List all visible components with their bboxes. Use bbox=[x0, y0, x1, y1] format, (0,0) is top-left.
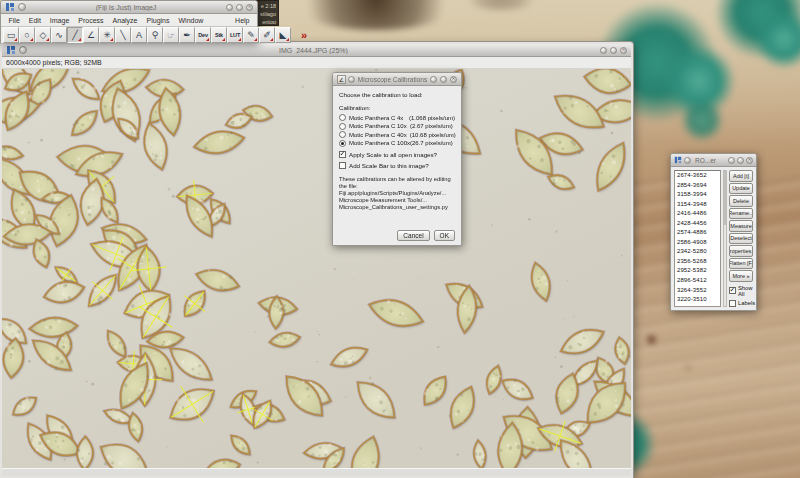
toolbar-tool-icon[interactable]: ∠ bbox=[83, 27, 99, 43]
minimize-button[interactable] bbox=[226, 4, 233, 11]
toolbar-tool-icon[interactable]: A bbox=[131, 27, 147, 43]
roi-action-button[interactable]: Delete bbox=[729, 195, 753, 207]
roi-action-button[interactable]: Flatten [F] bbox=[729, 258, 753, 270]
maximize-button[interactable] bbox=[236, 4, 243, 11]
roi-list[interactable]: 2674-36522854-36943158-39943154-39482416… bbox=[674, 170, 721, 307]
menu-item-help[interactable]: Help bbox=[231, 17, 254, 24]
window-menu-icon[interactable] bbox=[348, 76, 355, 83]
toolbar-tool-icon[interactable]: ○ bbox=[19, 27, 35, 43]
tool-alt-marker bbox=[30, 38, 33, 41]
dialog-prompt: Choose the calibration to load: bbox=[339, 91, 455, 98]
dialog-note-line: Microscope Measurement Tools/... bbox=[339, 197, 455, 204]
calibration-option-row: Motic Panthera C 4x (1.068 pixels/um) bbox=[339, 114, 455, 121]
roi-list-item[interactable]: 2574-4886 bbox=[677, 228, 720, 238]
roi-list-item[interactable]: 3154-3948 bbox=[677, 200, 720, 210]
apply-scale-checkbox[interactable] bbox=[339, 151, 346, 158]
toolbar-tool-icon[interactable]: ╲ bbox=[115, 27, 131, 43]
tool-glyph: ✒ bbox=[183, 30, 191, 40]
roi-list-item[interactable]: 2854-3694 bbox=[677, 181, 720, 191]
close-button[interactable] bbox=[246, 4, 253, 11]
toolbar-tool-icon[interactable]: ∿ bbox=[51, 27, 67, 43]
menu-item[interactable]: Process bbox=[74, 17, 108, 24]
roi-action-button[interactable]: Properties... bbox=[729, 245, 753, 257]
toolbar-tool-icon[interactable]: Dev bbox=[195, 27, 211, 43]
labels-checkbox[interactable] bbox=[729, 300, 736, 307]
ok-button[interactable]: OK bbox=[434, 230, 455, 241]
widget-line: stilago bbox=[256, 10, 276, 18]
roi-list-item[interactable]: 2416-4486 bbox=[677, 209, 720, 219]
roi-action-button[interactable]: Deselect bbox=[729, 233, 753, 245]
toolbar-tool-icon[interactable]: ◣ bbox=[275, 27, 291, 43]
radio-button[interactable] bbox=[339, 123, 346, 130]
roi-list-item[interactable]: 2586-4908 bbox=[677, 238, 720, 248]
toolbar-tool-icon[interactable]: ☞ bbox=[163, 27, 179, 43]
toolbar-tool-icon[interactable]: ▭ bbox=[3, 27, 19, 43]
maximize-button[interactable] bbox=[440, 76, 447, 83]
toolbar-tool-icon[interactable]: Stk bbox=[211, 27, 227, 43]
show-all-label: Show All bbox=[738, 285, 753, 297]
roi-list-item[interactable]: 2356-5268 bbox=[677, 257, 720, 267]
toolbar-tool-icon[interactable]: ╱ bbox=[67, 27, 83, 43]
tool-alt-marker bbox=[110, 38, 113, 41]
fiji-titlebar[interactable]: (Fiji Is Just) ImageJ bbox=[1, 1, 257, 14]
tool-glyph: ⚲ bbox=[152, 30, 159, 40]
maximize-button[interactable] bbox=[610, 47, 617, 54]
tool-glyph: ○ bbox=[24, 30, 29, 40]
image-window-titlebar[interactable]: IMG_2444.JPG (25%) bbox=[2, 44, 631, 57]
menu-item[interactable]: File bbox=[4, 17, 24, 24]
toolbar-tool-icon[interactable]: ✒ bbox=[179, 27, 195, 43]
apply-scale-label: Apply Scale to all open images? bbox=[349, 151, 437, 158]
close-button[interactable] bbox=[620, 47, 627, 54]
roi-window-title: RO...er bbox=[693, 157, 726, 164]
roi-list-item[interactable]: 2674-3652 bbox=[677, 171, 720, 181]
menu-item[interactable]: Image bbox=[45, 17, 73, 24]
radio-button[interactable] bbox=[339, 114, 346, 121]
dialog-titlebar[interactable]: ∠ Microscope Calibrations bbox=[333, 73, 461, 86]
maximize-button[interactable] bbox=[737, 157, 744, 164]
calibration-option-value: (1.068 pixels/um) bbox=[409, 115, 455, 121]
window-menu-icon[interactable] bbox=[19, 46, 27, 54]
minimize-button[interactable] bbox=[430, 76, 437, 83]
roi-action-button[interactable]: Rename... bbox=[729, 208, 753, 220]
roi-action-button[interactable]: Update bbox=[729, 183, 753, 195]
menu-item[interactable]: Window bbox=[174, 17, 208, 24]
roi-list-item[interactable]: 2896-5412 bbox=[677, 276, 720, 286]
roi-list-item[interactable]: 2428-4456 bbox=[677, 219, 720, 229]
radio-button[interactable] bbox=[339, 131, 346, 138]
toolbar-tool-icon[interactable]: ✎ bbox=[243, 27, 259, 43]
roi-titlebar[interactable]: RO...er bbox=[671, 154, 756, 167]
window-menu-icon[interactable] bbox=[684, 157, 691, 164]
menu-item[interactable]: Plugins bbox=[142, 17, 174, 24]
roi-list-item[interactable]: 2952-5382 bbox=[677, 266, 720, 276]
menu-item[interactable]: Edit bbox=[24, 17, 45, 24]
roi-action-button[interactable]: Measure bbox=[729, 220, 753, 232]
micrograph-canvas[interactable] bbox=[2, 69, 631, 468]
roi-action-button[interactable]: Add [t] bbox=[729, 170, 753, 182]
toolbar-tool-icon[interactable]: ◇ bbox=[35, 27, 51, 43]
roi-list-item[interactable]: 2342-5280 bbox=[677, 247, 720, 257]
scale-bar-checkbox[interactable] bbox=[339, 162, 346, 169]
close-button[interactable] bbox=[450, 76, 457, 83]
radio-button[interactable] bbox=[339, 140, 346, 147]
menu-item[interactable]: Analyze bbox=[108, 17, 142, 24]
tool-alt-marker bbox=[254, 38, 257, 41]
toolbar-tool-icon[interactable]: ✳ bbox=[99, 27, 115, 43]
roi-action-button[interactable]: More » bbox=[729, 270, 753, 282]
roi-list-item[interactable]: 3220-3510 bbox=[677, 295, 720, 305]
roi-list-item[interactable]: 3264-3552 bbox=[677, 286, 720, 296]
roi-list-item[interactable]: 3158-3994 bbox=[677, 190, 720, 200]
window-menu-icon[interactable] bbox=[18, 3, 26, 11]
roi-list-scrollbar[interactable] bbox=[723, 170, 727, 307]
calibration-option-label: Motic Panthera C 100x bbox=[349, 140, 407, 146]
image-canvas-area[interactable] bbox=[2, 69, 631, 468]
close-button[interactable] bbox=[746, 157, 753, 164]
calibration-option-row: Motic Panthera C 10x (2.67 pixels/um) bbox=[339, 123, 455, 130]
minimize-button[interactable] bbox=[600, 47, 607, 54]
toolbar-tool-icon[interactable]: ✐ bbox=[259, 27, 275, 43]
toolbar-tool-icon[interactable]: ⚲ bbox=[147, 27, 163, 43]
minimize-button[interactable] bbox=[728, 157, 735, 164]
toolbar-tool-icon[interactable]: LUT bbox=[227, 27, 243, 43]
cancel-button[interactable]: Cancel bbox=[397, 230, 429, 241]
toolbar-tool-icon[interactable]: » bbox=[298, 27, 310, 43]
show-all-checkbox[interactable] bbox=[729, 287, 736, 294]
